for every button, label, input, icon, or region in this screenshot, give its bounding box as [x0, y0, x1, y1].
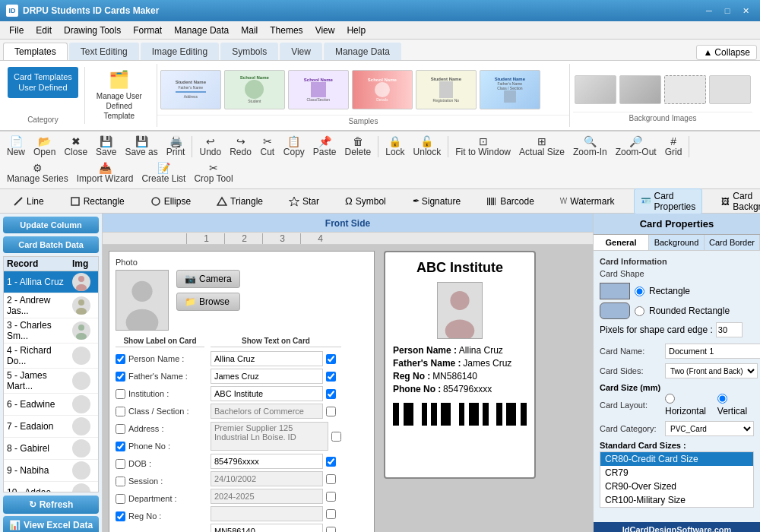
cut-button[interactable]: ✂Cut [256, 134, 279, 160]
triangle-tool[interactable]: Triangle [210, 194, 270, 209]
sample-card-1[interactable]: Student Name Father's Name Address [160, 70, 221, 109]
actual-size-button[interactable]: ⊞Actual Size [515, 134, 568, 160]
watermark-tool[interactable]: W Watermark [553, 194, 622, 209]
reg-label-check[interactable] [116, 511, 125, 521]
view-excel-button[interactable]: 📊 View Excel Data [3, 516, 99, 532]
rectangle-tool[interactable]: Rectangle [63, 194, 131, 209]
tab-general[interactable]: General [594, 235, 649, 250]
address-label-check[interactable] [116, 424, 125, 434]
phone-text-check[interactable] [326, 457, 336, 467]
institution-input[interactable] [211, 386, 323, 401]
manage-series-button[interactable]: ⚙Manage Series [3, 160, 72, 186]
record-row[interactable]: 2 - Andrew Jas... [4, 293, 98, 318]
size-cr80[interactable]: CR80-Credit Card Size [600, 452, 753, 466]
sample-card-5[interactable]: Student Name Registration No [416, 70, 477, 109]
address-input[interactable]: Premier Supplier 125 Industrial Ln Boise… [211, 422, 328, 451]
zoom-out-button[interactable]: 🔎Zoom-Out [612, 134, 660, 160]
paste-button[interactable]: 📌Paste [309, 134, 340, 160]
phone-input[interactable] [211, 454, 323, 469]
tab-symbols[interactable]: Symbols [220, 43, 278, 60]
record-row[interactable]: 8 - Gabirel [4, 438, 98, 460]
father-name-input[interactable] [211, 369, 323, 384]
copy-button[interactable]: 📋Copy [280, 134, 309, 160]
menu-view[interactable]: View [309, 24, 341, 37]
person-name-text-check[interactable] [326, 354, 336, 364]
zoom-in-button[interactable]: 🔍Zoom-In [569, 134, 611, 160]
barcode-tool[interactable]: Barcode [480, 194, 541, 209]
symbol-tool[interactable]: Ω Symbol [338, 193, 393, 209]
maximize-button[interactable]: □ [719, 4, 736, 17]
phone-label-check[interactable] [116, 442, 125, 451]
create-list-button[interactable]: 📝Create List [138, 160, 189, 186]
father-name-text-check[interactable] [326, 372, 336, 382]
tab-text-editing[interactable]: Text Editing [69, 43, 139, 60]
horizontal-radio[interactable] [665, 394, 675, 404]
menu-format[interactable]: Format [127, 24, 168, 37]
bg-thumb-2[interactable] [619, 75, 661, 104]
delete-button[interactable]: 🗑Delete [341, 134, 375, 160]
tab-card-border[interactable]: Card Border [705, 235, 760, 250]
session-text-check[interactable] [326, 492, 336, 502]
manage-template-button[interactable]: 🗂️ Manage User Defined Template [85, 67, 154, 124]
dept-label-check[interactable] [116, 494, 125, 504]
vertical-label[interactable]: Vertical [717, 394, 754, 416]
sample-card-6[interactable]: Student Name Father's Name Class / Secti… [480, 70, 540, 109]
card-templates-button[interactable]: Card TemplatesUser Defined [8, 67, 78, 98]
card-background-tool[interactable]: 🖼 Card Background [714, 188, 760, 214]
pixels-input[interactable] [716, 322, 743, 337]
close-button[interactable]: ✖Close [60, 134, 91, 160]
institution-label-check[interactable] [116, 389, 125, 399]
bg-thumb-1[interactable] [575, 75, 616, 104]
menu-mail[interactable]: Mail [235, 24, 264, 37]
dept-input[interactable] [211, 506, 323, 521]
signature-tool[interactable]: ✒ Signature [405, 194, 467, 209]
vertical-radio[interactable] [717, 394, 727, 404]
browse-button[interactable]: 📁 Browse [176, 293, 240, 311]
line-tool[interactable]: Line [6, 194, 51, 209]
tab-manage-data[interactable]: Manage Data [324, 43, 401, 60]
category-select[interactable]: PVC_Card [665, 421, 754, 436]
size-cr100[interactable]: CR100-Military Size [600, 493, 753, 507]
lock-button[interactable]: 🔒Lock [382, 134, 408, 160]
rounded-radio[interactable] [635, 306, 644, 316]
father-name-label-check[interactable] [116, 372, 125, 382]
update-column-button[interactable]: Update Column [3, 217, 99, 233]
size-cr79[interactable]: CR79 [600, 466, 753, 480]
class-label-check[interactable] [116, 407, 125, 416]
record-row[interactable]: 1 - Allina Cruz [4, 271, 98, 293]
menu-edit[interactable]: Edit [30, 24, 58, 37]
record-row[interactable]: 5 - James Mart... [4, 369, 98, 394]
session-input[interactable] [211, 489, 323, 504]
address-text-check[interactable] [331, 432, 341, 442]
print-button[interactable]: 🖨️Print [163, 134, 189, 160]
save-as-button[interactable]: 💾Save as [121, 134, 161, 160]
grid-button[interactable]: # Grid [661, 134, 686, 160]
session-label-check[interactable] [116, 477, 125, 486]
collapse-button[interactable]: ▲ Collapse [696, 45, 757, 60]
fit-to-window-button[interactable]: ⊡Fit to Window [451, 134, 515, 160]
star-tool[interactable]: Star [282, 194, 326, 209]
dept-text-check[interactable] [326, 509, 336, 519]
card-sides-select[interactable]: Two (Front and Back) [665, 363, 758, 378]
bg-thumb-3[interactable] [664, 75, 706, 104]
camera-button[interactable]: 📷 Camera [176, 270, 240, 288]
reg-input[interactable] [211, 524, 323, 532]
dob-text-check[interactable] [326, 474, 336, 484]
close-button[interactable]: ✕ [737, 4, 754, 17]
rectangle-radio[interactable] [635, 287, 644, 296]
institution-text-check[interactable] [326, 389, 336, 399]
reg-text-check[interactable] [326, 527, 336, 533]
person-name-label-check[interactable] [116, 354, 125, 364]
menu-help[interactable]: Help [340, 24, 372, 37]
record-row[interactable]: 9 - Nabiha [4, 460, 98, 482]
person-name-input[interactable] [211, 351, 323, 366]
new-button[interactable]: 📄New [3, 134, 29, 160]
record-row[interactable]: 4 - Richard Do... [4, 344, 98, 369]
menu-manage-data[interactable]: Manage Data [168, 24, 235, 37]
record-row[interactable]: 7 - Eadaion [4, 416, 98, 438]
dob-input[interactable] [211, 471, 323, 486]
record-row[interactable]: 10 - Addae [4, 482, 98, 492]
refresh-button[interactable]: ↻ Refresh [3, 496, 99, 514]
tab-templates[interactable]: Templates [3, 43, 68, 60]
menu-file[interactable]: File [3, 24, 30, 37]
